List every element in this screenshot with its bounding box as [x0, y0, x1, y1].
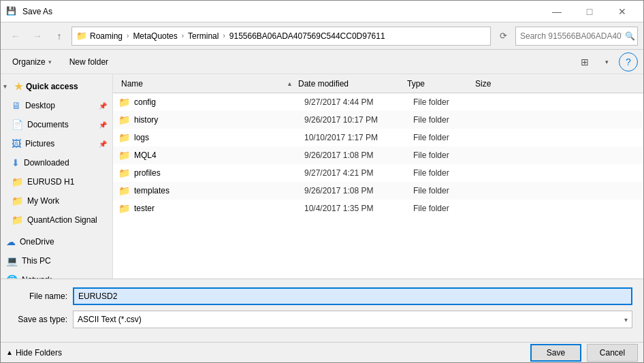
sidebar-item-desktop-label: Desktop	[25, 101, 55, 110]
sidebar-item-eurusdh1[interactable]: 📁 EURUSD H1	[6, 172, 112, 191]
header-date[interactable]: Date modified	[295, 74, 404, 93]
table-row[interactable]: 📁 MQL4 9/26/2017 1:08 PM File folder	[113, 146, 643, 164]
header-type-label: Type	[407, 79, 425, 89]
sidebar-item-mywork-label: My Work	[27, 196, 59, 206]
savetype-label: Save as type:	[12, 315, 73, 324]
file-folder-icon: 📁	[118, 203, 130, 214]
header-date-label: Date modified	[298, 79, 349, 89]
file-type: File folder	[413, 115, 481, 125]
file-folder-icon: 📁	[118, 114, 130, 125]
title-bar-left: 💾 Save As	[6, 6, 52, 17]
quick-access-star-icon: ★	[14, 81, 23, 92]
pictures-pin-icon: 📌	[99, 140, 107, 148]
header-size[interactable]: Size	[472, 74, 527, 93]
address-path[interactable]: 📁 Roaming › MetaQuotes › Terminal › 9155…	[71, 27, 491, 46]
sidebar-item-documents[interactable]: 📄 Documents 📌	[6, 115, 112, 134]
table-row[interactable]: 📁 history 9/26/2017 10:17 PM File folder	[113, 111, 643, 129]
path-sep-2: ›	[182, 32, 184, 40]
search-icon: 🔍	[625, 31, 635, 41]
eurusdh1-icon: 📁	[12, 176, 23, 187]
path-metaquotes: MetaQuotes	[133, 31, 177, 41]
organize-label: Organize	[12, 57, 46, 67]
file-name: templates	[134, 186, 304, 195]
file-name: config	[134, 97, 304, 107]
table-row[interactable]: 📁 profiles 9/27/2017 4:21 PM File folder	[113, 164, 643, 182]
file-folder-icon: 📁	[118, 97, 130, 108]
address-bar: ← → ↑ 📁 Roaming › MetaQuotes › Terminal …	[1, 22, 643, 50]
sidebar-item-onedrive[interactable]: ☁ OneDrive	[1, 232, 112, 251]
header-name[interactable]: Name ▲	[118, 74, 295, 93]
file-name: tester	[134, 204, 304, 213]
title-bar-controls: — □ ✕	[541, 1, 638, 22]
savetype-value: ASCII Text (*.csv)	[78, 315, 142, 324]
file-date: 9/26/2017 10:17 PM	[304, 115, 413, 125]
window-icon: 💾	[6, 6, 17, 17]
sidebar-item-downloaded[interactable]: ⬇ Downloaded	[6, 153, 112, 172]
desktop-pin-icon: 📌	[99, 102, 107, 110]
header-type[interactable]: Type	[404, 74, 472, 93]
maximize-button[interactable]: □	[574, 1, 605, 22]
quick-access-section: ▾ ★ Quick access 🖥 Desktop 📌 📄 Documents…	[1, 77, 112, 230]
new-folder-label: New folder	[69, 57, 108, 67]
save-button[interactable]: Save	[530, 344, 581, 362]
back-button[interactable]: ←	[6, 27, 25, 46]
sidebar-item-mywork[interactable]: 📁 My Work	[6, 191, 112, 210]
file-type: File folder	[413, 186, 481, 195]
file-date: 10/4/2017 1:35 PM	[304, 204, 413, 213]
file-list-area: Name ▲ Date modified Type Size 📁 config …	[113, 74, 643, 279]
quick-access-arrow: ▾	[3, 83, 12, 90]
help-button[interactable]: ?	[619, 52, 638, 72]
refresh-button[interactable]: ⟳	[494, 27, 513, 46]
organize-chevron: ▾	[48, 59, 52, 65]
hide-folders-button[interactable]: ▲ Hide Folders	[6, 348, 62, 358]
header-name-label: Name	[121, 79, 143, 89]
file-date: 9/27/2017 4:44 PM	[304, 97, 413, 107]
path-folder-icon: 📁	[76, 31, 87, 41]
search-box[interactable]: 🔍	[515, 27, 638, 46]
file-name: logs	[134, 133, 304, 142]
view-button[interactable]: ⊞	[575, 52, 594, 72]
quick-access-header[interactable]: ▾ ★ Quick access	[1, 77, 112, 96]
minimize-button[interactable]: —	[541, 1, 573, 22]
savetype-row: Save as type: ASCII Text (*.csv) ▾	[12, 311, 632, 328]
cancel-button[interactable]: Cancel	[587, 344, 638, 362]
toolbar: Organize ▾ New folder ⊞ ▾ ?	[1, 50, 643, 74]
filename-row: File name:	[12, 287, 632, 305]
save-label: Save	[547, 348, 565, 358]
path-terminal: Terminal	[188, 31, 219, 41]
file-type: File folder	[413, 133, 481, 142]
file-type: File folder	[413, 151, 481, 160]
file-date: 9/26/2017 1:08 PM	[304, 151, 413, 160]
path-roaming: Roaming	[90, 31, 123, 41]
file-folder-icon: 📁	[118, 168, 130, 178]
new-folder-button[interactable]: New folder	[63, 52, 114, 72]
window-title: Save As	[22, 7, 52, 16]
up-button[interactable]: ↑	[50, 27, 69, 46]
save-as-dialog: 💾 Save As — □ ✕ ← → ↑ 📁 Roaming › MetaQu…	[0, 0, 644, 363]
onedrive-icon: ☁	[6, 236, 16, 247]
table-row[interactable]: 📁 templates 9/26/2017 1:08 PM File folde…	[113, 182, 643, 200]
close-button[interactable]: ✕	[607, 1, 638, 22]
footer: ▲ Hide Folders Save Cancel	[1, 342, 643, 362]
sidebar-item-eurusdh1-label: EURUSD H1	[27, 177, 74, 187]
sidebar-item-pictures[interactable]: 🖼 Pictures 📌	[6, 134, 112, 153]
bottom-panel: File name: Save as type: ASCII Text (*.c…	[1, 279, 643, 342]
view-chevron[interactable]: ▾	[597, 52, 616, 72]
savetype-select[interactable]: ASCII Text (*.csv) ▾	[73, 311, 632, 328]
sidebar-item-thispc[interactable]: 💻 This PC	[1, 251, 112, 270]
sidebar-item-pictures-label: Pictures	[25, 139, 54, 148]
mywork-icon: 📁	[12, 195, 23, 206]
forward-button[interactable]: →	[28, 27, 47, 46]
table-row[interactable]: 📁 config 9/27/2017 4:44 PM File folder	[113, 93, 643, 111]
sidebar-item-network[interactable]: 🌐 Network	[1, 270, 112, 279]
table-row[interactable]: 📁 logs 10/10/2017 1:17 PM File folder	[113, 129, 643, 146]
sidebar-item-thispc-label: This PC	[22, 256, 51, 266]
sidebar-item-quantaction[interactable]: 📁 QuantAction Signal	[6, 210, 112, 230]
sidebar-item-desktop[interactable]: 🖥 Desktop 📌	[6, 96, 112, 115]
file-name: profiles	[134, 168, 304, 178]
filename-input[interactable]	[73, 287, 632, 305]
organize-button[interactable]: Organize ▾	[6, 52, 58, 72]
search-input[interactable]	[520, 31, 622, 41]
toolbar-right: ⊞ ▾ ?	[575, 52, 638, 72]
table-row[interactable]: 📁 tester 10/4/2017 1:35 PM File folder	[113, 200, 643, 217]
